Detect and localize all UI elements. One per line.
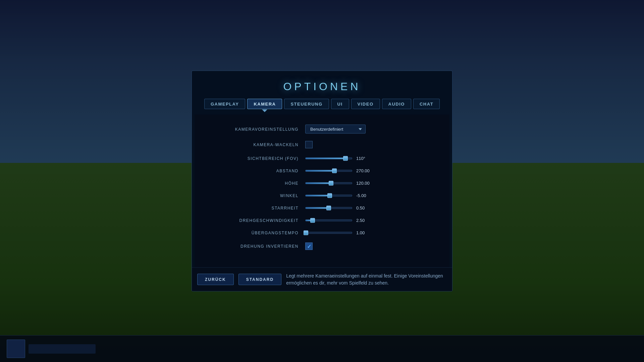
setting-starrheit: STARRHEIT 0.50 bbox=[208, 205, 436, 210]
control-abstand: 270.00 bbox=[305, 168, 436, 173]
dropdown-arrow-icon bbox=[359, 128, 362, 130]
slider-starrheit[interactable] bbox=[305, 207, 352, 209]
footer-description: Legt mehrere Kameraeinstellungen auf ein… bbox=[286, 273, 447, 287]
value-ubergangstempo: 1.00 bbox=[356, 230, 373, 235]
bottom-bar bbox=[0, 335, 644, 362]
slider-thumb-sichtbereich[interactable] bbox=[343, 156, 348, 161]
dialog-footer: ZURÜCK STANDARD Legt mehrere Kameraeinst… bbox=[192, 267, 452, 291]
label-drehung-invertieren: DREHUNG INVERTIEREN bbox=[208, 244, 305, 249]
slider-thumb-starrheit[interactable] bbox=[326, 205, 331, 210]
slider-winkel[interactable] bbox=[305, 194, 352, 196]
slider-drehgeschwindigkeit[interactable] bbox=[305, 219, 352, 221]
slider-fill-sichtbereich bbox=[306, 158, 345, 159]
slider-abstand-container: 270.00 bbox=[305, 168, 373, 173]
slider-hoehe-container: 120.00 bbox=[305, 181, 373, 186]
label-starrheit: STARRHEIT bbox=[208, 205, 305, 210]
label-winkel: WINKEL bbox=[208, 193, 305, 198]
dialog-title: OPTIONEN bbox=[192, 71, 452, 99]
control-kameravoreinstellung: Benutzerdefiniert bbox=[305, 125, 436, 134]
slider-hoehe[interactable] bbox=[305, 182, 352, 184]
value-drehgeschwindigkeit: 2.50 bbox=[356, 218, 373, 223]
settings-content: KAMERAVOREINSTELLUNG Benutzerdefiniert K… bbox=[195, 115, 449, 267]
tab-kamera[interactable]: KAMERA bbox=[247, 99, 282, 109]
options-dialog: OPTIONEN GAMEPLAY KAMERA STEUERUNG UI VI… bbox=[192, 71, 452, 292]
slider-starrheit-container: 0.50 bbox=[305, 205, 373, 210]
tab-ui[interactable]: UI bbox=[331, 99, 349, 109]
setting-winkel: WINKEL -5.00 bbox=[208, 193, 436, 198]
setting-kamera-wackeln: KAMERA-WACKELN bbox=[208, 141, 436, 148]
checkbox-drehung-invertieren[interactable] bbox=[305, 243, 313, 250]
label-drehgeschwindigkeit: DREHGESCHWINDIGKEIT bbox=[208, 218, 305, 223]
control-winkel: -5.00 bbox=[305, 193, 436, 198]
control-ubergangstempo: 1.00 bbox=[305, 230, 436, 235]
avatar bbox=[7, 340, 25, 358]
setting-hoehe: HÖHE 120.00 bbox=[208, 181, 436, 186]
setting-sichtbereich: SICHTBEREICH (FOV) 110° bbox=[208, 156, 436, 161]
slider-sichtbereich-container: 110° bbox=[305, 156, 373, 161]
control-drehung-invertieren bbox=[305, 243, 436, 250]
control-starrheit: 0.50 bbox=[305, 205, 436, 210]
setting-drehgeschwindigkeit: DREHGESCHWINDIGKEIT 2.50 bbox=[208, 218, 436, 223]
slider-abstand[interactable] bbox=[305, 170, 352, 172]
standard-button[interactable]: STANDARD bbox=[238, 274, 281, 285]
value-sichtbereich: 110° bbox=[356, 156, 373, 161]
slider-fill-hoehe bbox=[306, 182, 331, 184]
control-drehgeschwindigkeit: 2.50 bbox=[305, 218, 436, 223]
label-kamera-wackeln: KAMERA-WACKELN bbox=[208, 142, 305, 147]
slider-fill-winkel bbox=[306, 195, 330, 196]
setting-drehung-invertieren: DREHUNG INVERTIEREN bbox=[208, 243, 436, 250]
zuruck-button[interactable]: ZURÜCK bbox=[197, 274, 234, 285]
slider-thumb-drehgeschwindigkeit[interactable] bbox=[310, 218, 315, 223]
tab-bar: GAMEPLAY KAMERA STEUERUNG UI VIDEO AUDIO… bbox=[192, 99, 452, 115]
label-sichtbereich: SICHTBEREICH (FOV) bbox=[208, 156, 305, 161]
slider-thumb-hoehe[interactable] bbox=[329, 181, 333, 185]
slider-ubergangstempo[interactable] bbox=[305, 232, 352, 234]
value-starrheit: 0.50 bbox=[356, 205, 373, 210]
value-winkel: -5.00 bbox=[356, 193, 373, 198]
tab-audio[interactable]: AUDIO bbox=[382, 99, 411, 109]
slider-thumb-ubergangstempo[interactable] bbox=[304, 230, 308, 235]
setting-abstand: ABSTAND 270.00 bbox=[208, 168, 436, 173]
slider-drehgeschwindigkeit-container: 2.50 bbox=[305, 218, 373, 223]
control-sichtbereich: 110° bbox=[305, 156, 436, 161]
checkbox-kamera-wackeln[interactable] bbox=[305, 141, 313, 148]
slider-winkel-container: -5.00 bbox=[305, 193, 373, 198]
setting-ubergangstempo: ÜBERGANGSTEMPO 1.00 bbox=[208, 230, 436, 235]
label-kameravoreinstellung: KAMERAVOREINSTELLUNG bbox=[208, 127, 305, 131]
control-hoehe: 120.00 bbox=[305, 181, 436, 186]
value-abstand: 270.00 bbox=[356, 168, 373, 173]
label-hoehe: HÖHE bbox=[208, 181, 305, 185]
slider-thumb-abstand[interactable] bbox=[332, 168, 337, 173]
control-kamera-wackeln bbox=[305, 141, 436, 148]
tab-chat[interactable]: CHAT bbox=[413, 99, 440, 109]
tab-steuerung[interactable]: STEUERUNG bbox=[284, 99, 329, 109]
setting-kameravoreinstellung: KAMERAVOREINSTELLUNG Benutzerdefiniert bbox=[208, 125, 436, 134]
slider-fill-abstand bbox=[306, 170, 334, 171]
slider-fill-starrheit bbox=[306, 207, 329, 208]
slider-thumb-winkel[interactable] bbox=[327, 193, 332, 198]
slider-ubergangstempo-container: 1.00 bbox=[305, 230, 373, 235]
label-abstand: ABSTAND bbox=[208, 168, 305, 173]
tab-video[interactable]: VIDEO bbox=[351, 99, 380, 109]
tab-gameplay[interactable]: GAMEPLAY bbox=[204, 99, 245, 109]
label-ubergangstempo: ÜBERGANGSTEMPO bbox=[208, 230, 305, 235]
player-info bbox=[29, 344, 96, 354]
value-hoehe: 120.00 bbox=[356, 181, 373, 186]
dropdown-kameravoreinstellung[interactable]: Benutzerdefiniert bbox=[305, 125, 366, 134]
slider-sichtbereich[interactable] bbox=[305, 157, 352, 159]
